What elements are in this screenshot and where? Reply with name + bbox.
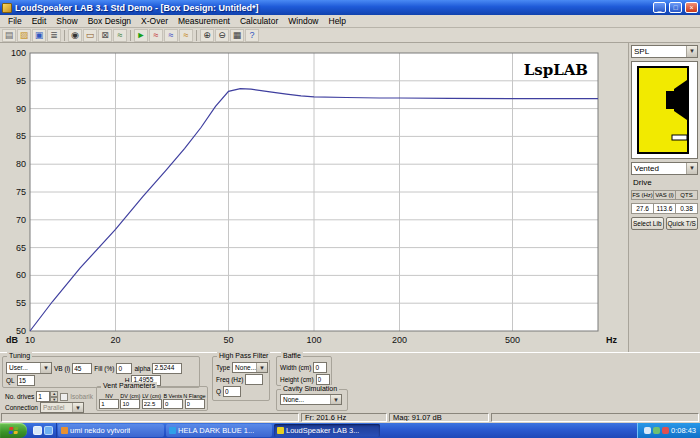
minimize-button[interactable]: _: [653, 2, 666, 13]
quick-launch-icon-2[interactable]: [44, 426, 53, 435]
hpf-type-select[interactable]: None... ▼: [232, 362, 268, 373]
spl-chart[interactable]: 50556065707580859095100102050100200500dB…: [0, 43, 628, 352]
driver-magnet-icon: [666, 91, 674, 109]
box-cross-section: [636, 65, 694, 155]
baffle-height-label: Height (cm): [280, 376, 314, 383]
open-file-icon[interactable]: ▨: [17, 29, 31, 42]
vent-field-nv[interactable]: [99, 399, 119, 409]
menu-item-help[interactable]: Help: [324, 16, 351, 26]
print-icon[interactable]: ≣: [47, 29, 61, 42]
right-panel-buttons: Select Lib Quick T/S: [631, 217, 698, 230]
fill-label: Fill (%): [94, 365, 114, 372]
y-axis-unit-label: dB: [6, 335, 18, 345]
driver-icon[interactable]: ◉: [68, 29, 82, 42]
vent-field-n-flange[interactable]: [185, 399, 205, 409]
no-drives-input[interactable]: [36, 391, 50, 402]
zoom-in-icon[interactable]: ⊕: [200, 29, 214, 42]
vent-field-dv-cm[interactable]: [120, 399, 140, 409]
baffle-height-input[interactable]: [316, 374, 330, 385]
cavity-select[interactable]: None... ▼: [280, 394, 342, 405]
taskbar-task-umi-nekdo-vytvorit[interactable]: umi nekdo vytvorit: [58, 424, 164, 437]
alpha-label: alpha: [134, 365, 150, 372]
y-tick-label: 80: [16, 159, 26, 169]
menu-item-measurement[interactable]: Measurement: [173, 16, 235, 26]
x-tick-label: 200: [392, 335, 407, 345]
vent-field-lv-cm[interactable]: [142, 399, 162, 409]
close-button[interactable]: ×: [685, 2, 698, 13]
task-label: LoudSpeaker LAB 3...: [286, 426, 359, 435]
box-type-select[interactable]: Vented ▼: [631, 162, 698, 175]
connection-row: Connection Parallel ▼: [5, 402, 84, 413]
crossover-icon[interactable]: ⊠: [98, 29, 112, 42]
graph-type-value: SPL: [632, 46, 686, 57]
task-label: HELA DARK BLUE 1...: [178, 426, 254, 435]
hpf-q-input[interactable]: [223, 386, 241, 397]
menu-item-file[interactable]: File: [3, 16, 27, 26]
no-drives-stepper[interactable]: ▲ ▼: [36, 391, 58, 402]
lsplab-watermark: LspLAB: [524, 61, 588, 79]
quick-launch-icon-1[interactable]: [33, 426, 42, 435]
menu-item-box-design[interactable]: Box Design: [83, 16, 136, 26]
grid-icon[interactable]: ▦: [230, 29, 244, 42]
measurement-icon[interactable]: ≈: [113, 29, 127, 42]
hpf-freq-input[interactable]: [245, 374, 263, 385]
x-axis-unit-label: Hz: [606, 335, 617, 345]
ts-value-qts: 0.38: [675, 203, 698, 214]
vent-port-icon: [672, 135, 687, 140]
tray-icon-2[interactable]: [653, 427, 660, 434]
tray-icon-1[interactable]: [644, 427, 651, 434]
graph-type-select[interactable]: SPL ▼: [631, 45, 698, 58]
select-lib-button[interactable]: Select Lib: [631, 217, 664, 230]
menu-item-edit[interactable]: Edit: [27, 16, 52, 26]
taskbar-task-hela-dark-blue-1[interactable]: HELA DARK BLUE 1...: [166, 424, 272, 437]
calculate-play-icon[interactable]: ►: [134, 29, 148, 42]
spl-chart-area: 50556065707580859095100102050100200500dB…: [0, 43, 628, 352]
task-icon: [277, 427, 284, 434]
ql-input[interactable]: [17, 375, 35, 386]
y-tick-label: 85: [16, 131, 26, 141]
help-icon[interactable]: ?: [245, 29, 259, 42]
status-empty-segment: [1, 413, 299, 422]
hpf-type-label: Type: [216, 364, 230, 371]
spl-curve-icon[interactable]: ≈: [149, 29, 163, 42]
box-diagram: [631, 61, 698, 159]
workspace: 50556065707580859095100102050100200500dB…: [0, 43, 700, 352]
box-icon[interactable]: ▭: [83, 29, 97, 42]
toolbar-separator: [196, 30, 197, 41]
zoom-out-icon[interactable]: ⊖: [215, 29, 229, 42]
isobarik-checkbox[interactable]: [60, 393, 68, 401]
baffle-width-input[interactable]: [313, 362, 327, 373]
window-title: LoudSpeaker LAB 3.1 Std Demo - [Box Desi…: [15, 3, 650, 13]
task-button-area: umi nekdo vytvoritHELA DARK BLUE 1...Lou…: [57, 423, 637, 438]
connection-select[interactable]: Parallel ▼: [40, 402, 84, 413]
application-window: LoudSpeaker LAB 3.1 Std Demo - [Box Desi…: [0, 0, 700, 438]
hpf-freq-label: Freq (Hz): [216, 376, 243, 383]
maximize-button[interactable]: □: [669, 2, 682, 13]
titlebar[interactable]: LoudSpeaker LAB 3.1 Std Demo - [Box Desi…: [0, 0, 700, 15]
drive-label: Drive: [631, 178, 698, 187]
baffle-title: Baffle: [281, 352, 303, 360]
phase-curve-icon[interactable]: ≈: [179, 29, 193, 42]
chevron-down-icon: ▼: [686, 46, 697, 57]
impedance-curve-icon[interactable]: ≈: [164, 29, 178, 42]
system-tray: 0:08:43: [637, 423, 700, 438]
menu-item-x-over[interactable]: X-Over: [136, 16, 173, 26]
taskbar-task-loudspeaker-lab-3[interactable]: LoudSpeaker LAB 3...: [274, 424, 380, 437]
vb-input[interactable]: [72, 363, 92, 374]
y-tick-label: 65: [16, 243, 26, 253]
clock: 0:08:43: [671, 426, 696, 435]
save-icon[interactable]: ▣: [32, 29, 46, 42]
menu-item-calculator[interactable]: Calculator: [235, 16, 283, 26]
cavity-simulation-title: Cavity Simulation: [281, 385, 339, 393]
high-pass-filter-title: High Pass Filter: [217, 352, 270, 360]
vent-field-b-vents[interactable]: [163, 399, 183, 409]
x-tick-label: 100: [306, 335, 321, 345]
menu-item-show[interactable]: Show: [51, 16, 82, 26]
quick-ts-button[interactable]: Quick T/S: [666, 217, 699, 230]
tuning-mode-select[interactable]: User... ▼: [6, 362, 52, 374]
start-button[interactable]: [0, 423, 27, 438]
menu-item-window[interactable]: Window: [283, 16, 323, 26]
fill-input[interactable]: [116, 363, 132, 374]
new-file-icon[interactable]: ▤: [2, 29, 16, 42]
tray-icon-3[interactable]: [662, 427, 669, 434]
